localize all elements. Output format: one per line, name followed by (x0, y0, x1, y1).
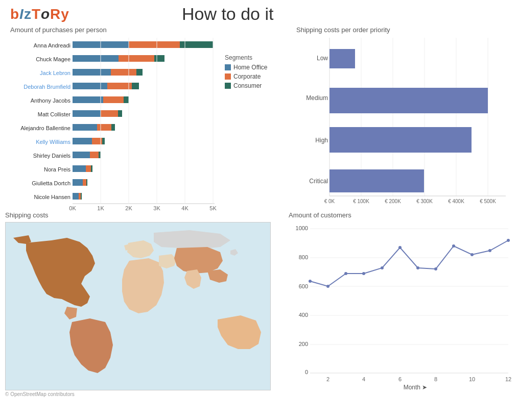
svg-rect-17 (73, 96, 103, 103)
customers-chart-title: Amount of customers (289, 211, 516, 219)
svg-text:Matt Collister: Matt Collister (38, 111, 71, 117)
svg-rect-33 (73, 152, 90, 158)
svg-rect-7 (154, 55, 164, 62)
svg-rect-25 (73, 124, 97, 131)
svg-rect-11 (136, 69, 143, 76)
svg-point-103 (470, 253, 474, 256)
svg-rect-23 (118, 110, 122, 117)
svg-text:Medium: Medium (306, 94, 328, 102)
svg-rect-35 (99, 152, 101, 158)
svg-rect-26 (97, 124, 111, 131)
svg-text:Anthony Jacobs: Anthony Jacobs (31, 97, 71, 104)
svg-rect-5 (73, 55, 119, 62)
map-credit: © OpenStreetMap contributors (5, 391, 281, 397)
svg-rect-34 (90, 152, 99, 158)
svg-text:Kelly Williams: Kelly Williams (36, 139, 70, 145)
svg-rect-29 (73, 138, 92, 144)
svg-point-98 (381, 266, 384, 269)
svg-rect-69 (329, 88, 488, 113)
svg-rect-6 (119, 55, 154, 62)
svg-text:1K: 1K (97, 205, 104, 211)
svg-text:Month ➤: Month ➤ (404, 384, 428, 389)
svg-text:12: 12 (505, 376, 511, 382)
svg-text:1000: 1000 (296, 225, 308, 231)
svg-text:€ 400K: € 400K (448, 199, 464, 204)
svg-rect-21 (73, 110, 101, 117)
svg-point-101 (434, 267, 437, 270)
map-title: Shipping costs (5, 211, 281, 219)
customers-chart: 1000 800 600 400 200 0 (289, 221, 513, 389)
svg-text:€ 500K: € 500K (480, 199, 496, 204)
svg-text:Shirley Daniels: Shirley Daniels (33, 153, 71, 159)
svg-point-94 (309, 280, 312, 283)
svg-rect-67 (329, 49, 355, 68)
svg-text:400: 400 (299, 312, 308, 318)
svg-text:200: 200 (299, 341, 308, 347)
svg-text:Low: Low (317, 55, 328, 62)
svg-text:0: 0 (305, 369, 308, 375)
svg-text:10: 10 (469, 376, 475, 382)
legend-title: Segments (225, 54, 291, 61)
svg-rect-39 (91, 165, 92, 172)
svg-rect-19 (124, 96, 129, 103)
svg-text:Jack Lebron: Jack Lebron (40, 70, 70, 76)
priority-chart-title: Shipping costs per order priority (296, 26, 511, 34)
purchases-chart: Anna Andreadi Chuck Magee Jack Lebron De… (5, 38, 220, 219)
svg-rect-9 (73, 69, 111, 76)
svg-point-95 (326, 285, 329, 288)
svg-text:High: High (315, 137, 328, 144)
svg-text:€ 0K: € 0K (324, 199, 335, 204)
svg-rect-71 (329, 127, 472, 153)
svg-text:€ 300K: € 300K (416, 199, 433, 204)
svg-text:8: 8 (434, 376, 437, 382)
svg-rect-31 (102, 138, 105, 144)
svg-text:4: 4 (362, 376, 365, 382)
svg-rect-42 (83, 179, 86, 186)
svg-text:Critical: Critical (309, 178, 328, 185)
logo: bIzToRy (10, 6, 69, 22)
svg-rect-43 (86, 179, 87, 186)
svg-text:0K: 0K (69, 205, 76, 211)
priority-chart: Low Medium High Critical € 0K € 100K € 2… (296, 38, 511, 216)
svg-rect-27 (111, 124, 115, 131)
svg-rect-15 (132, 83, 139, 89)
svg-point-102 (452, 244, 455, 248)
svg-text:€ 200K: € 200K (385, 199, 401, 204)
svg-point-100 (416, 266, 419, 269)
svg-text:6: 6 (398, 376, 402, 382)
legend-consumer: Consumer (233, 82, 262, 89)
svg-rect-37 (73, 165, 86, 172)
svg-text:Alejandro Ballentine: Alejandro Ballentine (20, 125, 70, 131)
svg-rect-13 (73, 83, 107, 89)
svg-text:600: 600 (299, 283, 308, 289)
svg-rect-18 (103, 96, 124, 103)
svg-text:Deborah Brumfield: Deborah Brumfield (23, 84, 70, 90)
svg-text:Anna Andreadi: Anna Andreadi (34, 42, 70, 48)
svg-text:2: 2 (326, 376, 329, 382)
legend-corporate: Corporate (233, 73, 261, 80)
svg-rect-73 (329, 169, 424, 192)
svg-text:Giulietta Dortch: Giulietta Dortch (32, 180, 70, 186)
svg-rect-46 (79, 193, 81, 200)
svg-rect-47 (81, 193, 82, 200)
map-container (5, 222, 271, 390)
svg-rect-10 (111, 69, 136, 76)
svg-text:5K: 5K (209, 205, 217, 211)
svg-text:4K: 4K (181, 205, 189, 211)
svg-text:Nora Preis: Nora Preis (44, 166, 70, 172)
svg-point-99 (398, 246, 402, 249)
svg-text:2K: 2K (125, 205, 132, 211)
svg-point-104 (488, 249, 491, 252)
svg-rect-38 (86, 165, 91, 172)
svg-text:Nicole Hansen: Nicole Hansen (34, 194, 70, 200)
svg-point-96 (344, 272, 347, 275)
svg-text:3K: 3K (153, 205, 160, 211)
svg-text:€ 100K: € 100K (353, 199, 369, 204)
svg-rect-41 (73, 179, 83, 186)
svg-rect-22 (101, 110, 118, 117)
svg-point-105 (507, 239, 510, 242)
purchases-title: Amount of purchases per person (10, 26, 225, 34)
svg-text:800: 800 (299, 254, 308, 260)
svg-text:Chuck Magee: Chuck Magee (36, 56, 70, 62)
page-title: How to do it (182, 4, 274, 24)
